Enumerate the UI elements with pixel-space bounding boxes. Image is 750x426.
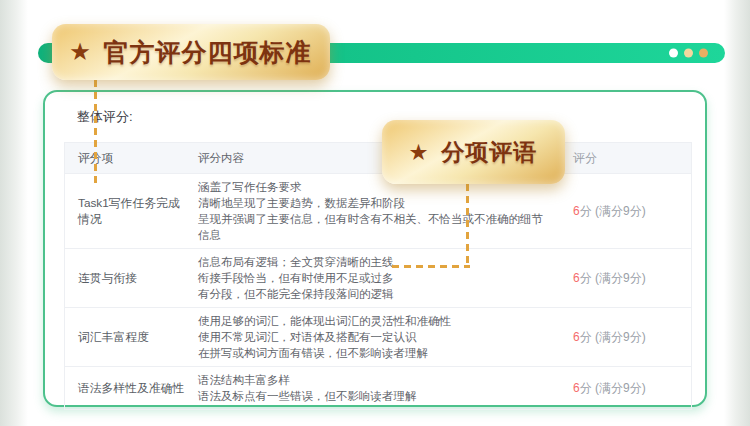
score-value: 6 — [573, 381, 580, 395]
criterion-comments: 信息布局有逻辑；全文贯穿清晰的主线 衔接手段恰当，但有时使用不足或过多 有分段，… — [188, 254, 558, 302]
score-value: 6 — [573, 330, 580, 344]
comment-line: 呈现并强调了主要信息，但有时含有不相关、不恰当或不准确的细节信息 — [198, 211, 552, 243]
official-criteria-badge-label: 官方评分四项标准 — [104, 36, 312, 69]
table-header-row: 评分项 评分内容 评分 — [65, 143, 691, 173]
criterion-score: 6分 (满分9分) — [558, 270, 691, 287]
criterion-score: 6分 (满分9分) — [558, 203, 691, 220]
criterion-comments: 涵盖了写作任务要求 清晰地呈现了主要趋势，数据差异和阶段 呈现并强调了主要信息，… — [188, 179, 558, 243]
comment-line: 信息布局有逻辑；全文贯穿清晰的主线 — [198, 254, 552, 270]
window-dot-icon — [684, 49, 693, 58]
breakdown-comments-badge: ★ 分项评语 — [382, 120, 565, 184]
dashed-connector-breakdown-vertical — [466, 184, 469, 268]
window-dot-icon — [699, 49, 708, 58]
dashed-connector-breakdown-horizontal — [392, 265, 470, 268]
comment-line: 清晰地呈现了主要趋势，数据差异和阶段 — [198, 195, 552, 211]
page-right-edge — [724, 0, 750, 426]
table-header-score: 评分 — [558, 150, 691, 167]
official-criteria-badge: ★ 官方评分四项标准 — [52, 24, 330, 80]
score-max: 分 (满分9分) — [580, 271, 646, 285]
comment-line: 语法及标点有一些错误，但不影响读者理解 — [198, 388, 552, 404]
page-left-edge — [0, 0, 28, 426]
criterion-comments: 使用足够的词汇，能体现出词汇的灵活性和准确性 使用不常见词汇，对语体及搭配有一定… — [188, 313, 558, 361]
score-value: 6 — [573, 204, 580, 218]
score-value: 6 — [573, 271, 580, 285]
star-icon: ★ — [70, 39, 90, 65]
table-row: 语法多样性及准确性 语法结构丰富多样 语法及标点有一些错误，但不影响读者理解 6… — [65, 366, 691, 409]
table-row: Task1写作任务完成情况 涵盖了写作任务要求 清晰地呈现了主要趋势，数据差异和… — [65, 173, 691, 248]
comment-line: 在拼写或构词方面有错误，但不影响读者理解 — [198, 345, 552, 361]
table-header-item: 评分项 — [65, 150, 188, 166]
table-row: 词汇丰富程度 使用足够的词汇，能体现出词汇的灵活性和准确性 使用不常见词汇，对语… — [65, 307, 691, 366]
score-table: 评分项 评分内容 评分 Task1写作任务完成情况 涵盖了写作任务要求 清晰地呈… — [64, 142, 692, 410]
page-background: ★ 官方评分四项标准 整体评分: 评分项 评分内容 评分 Task1写作任务完成… — [0, 0, 750, 426]
comment-line: 衔接手段恰当，但有时使用不足或过多 — [198, 270, 552, 286]
window-dots — [669, 49, 708, 58]
criterion-score: 6分 (满分9分) — [558, 329, 691, 346]
score-max: 分 (满分9分) — [580, 330, 646, 344]
criterion-name: 词汇丰富程度 — [65, 329, 188, 345]
breakdown-comments-badge-label: 分项评语 — [441, 137, 537, 168]
comment-line: 使用足够的词汇，能体现出词汇的灵活性和准确性 — [198, 313, 552, 329]
star-icon: ★ — [410, 141, 429, 164]
criterion-name: Task1写作任务完成情况 — [65, 195, 188, 227]
score-max: 分 (满分9分) — [580, 381, 646, 395]
window-dot-icon — [669, 49, 678, 58]
overall-score-label: 整体评分: — [77, 108, 133, 126]
comment-line: 有分段，但不能完全保持段落间的逻辑 — [198, 286, 552, 302]
criterion-comments: 语法结构丰富多样 语法及标点有一些错误，但不影响读者理解 — [188, 372, 558, 404]
dashed-connector-official — [94, 80, 97, 186]
score-max: 分 (满分9分) — [580, 204, 646, 218]
criterion-score: 6分 (满分9分) — [558, 380, 691, 397]
criterion-name: 语法多样性及准确性 — [65, 380, 188, 396]
score-card: 整体评分: 评分项 评分内容 评分 Task1写作任务完成情况 涵盖了写作任务要… — [43, 90, 707, 407]
criterion-name: 连贯与衔接 — [65, 270, 188, 286]
comment-line: 语法结构丰富多样 — [198, 372, 552, 388]
comment-line: 使用不常见词汇，对语体及搭配有一定认识 — [198, 329, 552, 345]
table-row: 连贯与衔接 信息布局有逻辑；全文贯穿清晰的主线 衔接手段恰当，但有时使用不足或过… — [65, 248, 691, 307]
